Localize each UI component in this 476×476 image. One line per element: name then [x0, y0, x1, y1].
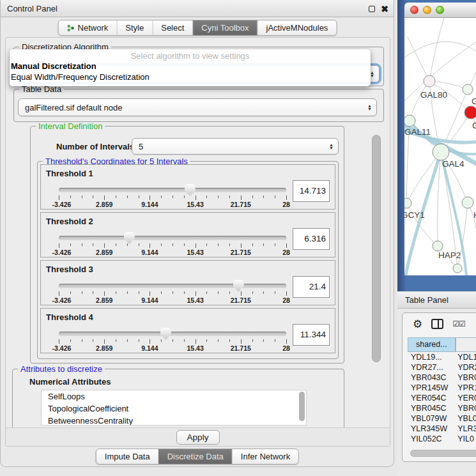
tab-network[interactable]: Network: [59, 20, 117, 35]
table-row[interactable]: YIL052CYIL0: [408, 434, 476, 444]
network-node[interactable]: [404, 115, 415, 127]
table-cell[interactable]: YBR043C: [408, 372, 456, 383]
threshold-slider-track[interactable]: [59, 332, 286, 336]
control-panel-titlebar: Control Panel ✖: [1, 0, 394, 17]
table-cell[interactable]: YBR045C: [408, 403, 456, 413]
table-cell[interactable]: YIL0: [456, 434, 476, 444]
threshold-value-field[interactable]: 11.344: [293, 324, 330, 346]
table-row[interactable]: YBL079WYBL0: [408, 413, 476, 424]
minimize-window-icon[interactable]: [423, 6, 431, 14]
number-of-intervals-combobox[interactable]: 5 ▲▼: [132, 138, 339, 155]
table-data-combobox[interactable]: galFiltered.sif default node ▲▼: [18, 98, 377, 116]
table-cell[interactable]: YBL079W: [408, 413, 456, 424]
table-cell[interactable]: YDR2: [456, 362, 476, 372]
tab-cyni-toolbox[interactable]: Cyni Toolbox: [192, 20, 257, 35]
algorithm-option[interactable]: Manual Discretization: [10, 61, 371, 72]
table-row[interactable]: YBR043CYBR0: [408, 372, 476, 383]
table-cell[interactable]: YER0: [456, 393, 476, 403]
threshold-slider-thumb[interactable]: [185, 184, 196, 196]
tab-infer-network[interactable]: Infer Network: [232, 449, 298, 464]
slider-ruler: [59, 291, 286, 296]
threshold-label: Threshold 3: [46, 265, 93, 274]
threshold-slider-thumb[interactable]: [233, 280, 244, 292]
table-cell[interactable]: YBL0: [456, 413, 476, 424]
tab-label: Infer Network: [241, 452, 290, 461]
table-data-value: galFiltered.sif default node: [25, 103, 122, 112]
threshold-value-field[interactable]: 21.4: [293, 276, 330, 298]
tab-impute-data[interactable]: Impute Data: [96, 449, 158, 464]
table-horizontal-scrollbar[interactable]: [410, 450, 476, 457]
slider-tick-labels: -3.4262.8599.14415.4321.71528: [59, 249, 286, 256]
table-cell[interactable]: YPR1: [456, 383, 476, 393]
table-cell[interactable]: YDL19...: [408, 352, 456, 362]
network-node[interactable]: [462, 197, 473, 208]
apply-button[interactable]: Apply: [176, 430, 220, 445]
algorithm-option[interactable]: Equal Width/Frequency Discretization: [10, 72, 371, 82]
float-panel-icon[interactable]: [369, 6, 375, 12]
table-data-group: Table Data galFiltered.sif default node …: [13, 89, 384, 122]
threshold-slider-thumb[interactable]: [160, 328, 171, 340]
network-node[interactable]: [404, 198, 411, 208]
table-cell[interactable]: YER054C: [408, 393, 456, 403]
network-node[interactable]: [433, 241, 443, 251]
table-header-row: shared...na: [408, 337, 476, 352]
network-node[interactable]: [433, 144, 449, 160]
slider-ruler: [59, 339, 286, 344]
numerical-attributes-list[interactable]: SelfLoopsTopologicalCoefficientBetweenne…: [41, 390, 307, 426]
table-cell[interactable]: YLR3: [456, 424, 476, 434]
network-node[interactable]: [453, 264, 462, 273]
network-node[interactable]: [464, 106, 476, 119]
attributes-list-scrollbar[interactable]: [299, 392, 305, 421]
network-node[interactable]: [463, 84, 473, 95]
table-column-header[interactable]: shared...: [408, 337, 456, 352]
table-row[interactable]: YDL19...YDL1: [408, 352, 476, 362]
threshold-slider-track[interactable]: [59, 188, 286, 192]
tab-select[interactable]: Select: [152, 20, 192, 35]
zoom-window-icon[interactable]: [436, 6, 444, 14]
node-label: GAL80: [420, 90, 447, 100]
network-window-titlebar: [404, 3, 476, 18]
attribute-list-item[interactable]: BetweennessCentrality: [42, 415, 306, 426]
table-cell[interactable]: YBR0: [456, 372, 476, 383]
select-columns-icon[interactable]: ☑☑: [452, 319, 465, 328]
table-cell[interactable]: YDL1: [456, 352, 476, 362]
table-cell[interactable]: YDR27...: [408, 362, 456, 372]
table-row[interactable]: YER054CYER0: [408, 393, 476, 403]
threshold-label: Threshold 4: [46, 312, 93, 322]
table-cell[interactable]: YLR345W: [408, 424, 456, 434]
interval-definition-title: Interval Definition: [36, 122, 105, 131]
table-column-header[interactable]: na: [456, 337, 476, 352]
network-node[interactable]: [424, 75, 435, 87]
table-row[interactable]: YPR145WYPR1: [408, 383, 476, 393]
table-row[interactable]: YLR345WYLR3: [408, 424, 476, 434]
network-canvas[interactable]: GAL80GACGAL11GAL4GCY1HHAP2: [404, 18, 476, 275]
threshold-value-field[interactable]: 6.316: [293, 228, 330, 250]
table-cell[interactable]: YIL052C: [408, 434, 456, 444]
table-row[interactable]: YBR045CYBR0: [408, 403, 476, 413]
thresholds-group: Threshold's Coordinates for 5 Intervals …: [37, 161, 339, 359]
bottom-tab-bar: Impute DataDiscretize DataInfer Network: [96, 449, 299, 464]
settings-vertical-scrollbar[interactable]: [372, 135, 381, 362]
node-label: H: [473, 210, 476, 220]
tab-style[interactable]: Style: [116, 20, 152, 35]
threshold-slider-thumb[interactable]: [124, 232, 135, 244]
attribute-list-item[interactable]: TopologicalCoefficient: [42, 403, 306, 415]
attribute-list-item[interactable]: SelfLoops: [42, 390, 306, 403]
threshold-slider-track[interactable]: [59, 284, 286, 288]
column-layout-icon[interactable]: [431, 319, 443, 329]
close-panel-icon[interactable]: ✖: [381, 6, 388, 12]
number-of-intervals-label: Number of Intervals: [56, 142, 134, 151]
threshold-value-field[interactable]: 14.713: [293, 180, 330, 202]
slider-tick-labels: -3.4262.8599.14415.4321.71528: [59, 296, 286, 304]
table-settings-gear-icon[interactable]: ⚙: [413, 319, 422, 330]
tab-jactivemnodules[interactable]: jActiveMNodules: [257, 20, 337, 35]
table-row[interactable]: YDR27...YDR2: [408, 362, 476, 372]
node-table-box: ⚙ ☑☑ shared...na YDL19...YDL1YDR27...YDR…: [402, 312, 476, 462]
threshold-slider-track[interactable]: [59, 236, 286, 240]
table-cell[interactable]: YPR145W: [408, 383, 456, 393]
node-attribute-table: shared...na YDL19...YDL1YDR27...YDR2YBR0…: [408, 337, 476, 461]
tab-discretize-data[interactable]: Discretize Data: [158, 449, 232, 464]
threshold-panel: Threshold 4-3.4262.8599.14415.4321.71528…: [40, 308, 335, 353]
table-cell[interactable]: YBR0: [456, 403, 476, 413]
close-window-icon[interactable]: [410, 6, 418, 14]
